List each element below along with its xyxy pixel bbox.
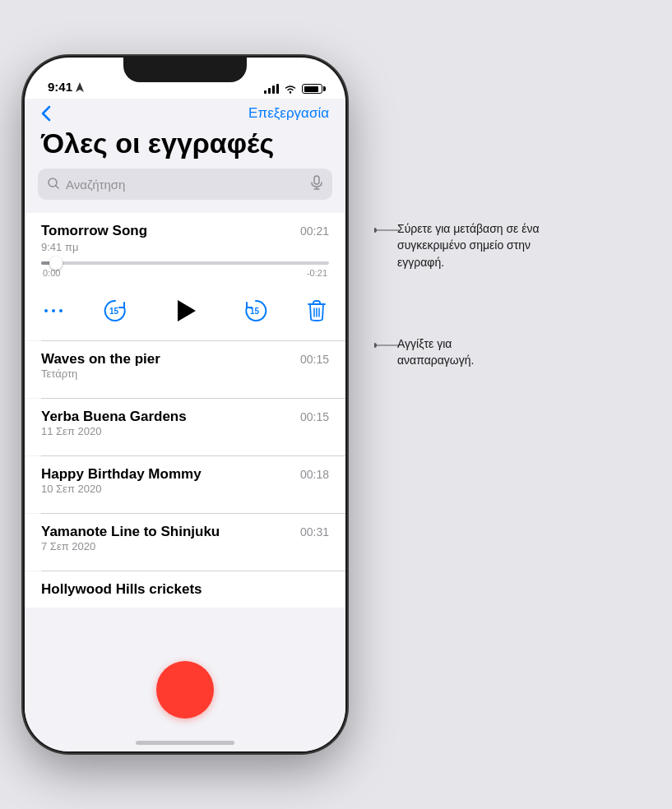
svg-point-8 (52, 309, 55, 312)
back-chevron-icon (41, 105, 51, 122)
recording-title: Yerba Buena Gardens (41, 409, 187, 425)
item-header: Yamanote Line to Shinjuku 00:31 (41, 524, 329, 540)
active-item-header: Tomorrow Song 00:21 (41, 223, 329, 239)
battery-icon (302, 84, 322, 94)
time-labels: 0:00 -0:21 (41, 268, 329, 278)
recording-title: Waves on the pier (41, 351, 160, 368)
playback-bar[interactable]: 0:00 -0:21 (41, 261, 329, 283)
svg-marker-0 (76, 82, 84, 92)
recording-duration: 00:18 (300, 468, 329, 481)
recording-date: 7 Σεπ 2020 (41, 540, 329, 552)
notch (123, 58, 247, 82)
skip-back-icon: 15 (100, 296, 130, 326)
active-recording-title: Tomorrow Song (41, 223, 147, 239)
status-time: 9:41 (48, 80, 72, 94)
item-header: Waves on the pier 00:15 (41, 351, 329, 368)
svg-point-1 (290, 91, 291, 93)
scrub-annotation-text: Σύρετε για μετάβαση σε ένα συγκεκριμένο … (397, 220, 554, 270)
search-icon (48, 178, 59, 192)
more-dots-icon (44, 308, 63, 313)
skip-forward-icon: 15 (241, 296, 271, 326)
svg-point-16 (374, 228, 377, 233)
recording-title: Hollywood Hills crickets (41, 581, 202, 598)
more-options-button[interactable] (44, 308, 63, 313)
progress-track[interactable] (41, 261, 329, 265)
record-button[interactable] (156, 661, 214, 719)
status-icons (264, 84, 322, 94)
list-item[interactable]: Yamanote Line to Shinjuku 00:31 7 Σεπ 20… (25, 514, 345, 571)
svg-rect-4 (314, 176, 319, 184)
active-recording-date: 9:41 πμ (41, 241, 329, 253)
home-indicator (136, 741, 234, 745)
nav-bar: Επεξεργασία (25, 99, 345, 125)
list-item[interactable]: Yerba Buena Gardens 00:15 11 Σεπ 2020 (25, 399, 345, 455)
mic-icon (311, 175, 322, 193)
active-recording-duration: 00:21 (300, 224, 329, 238)
play-icon (178, 300, 196, 321)
time-remaining: -0:21 (307, 268, 327, 278)
time-elapsed: 0:00 (43, 268, 60, 278)
svg-point-7 (44, 309, 48, 312)
microphone-icon (311, 175, 322, 190)
recording-duration: 00:31 (300, 525, 329, 539)
item-header: Hollywood Hills crickets (41, 581, 329, 598)
svg-point-9 (59, 309, 63, 312)
item-header: Happy Birthday Mommy 00:18 (41, 466, 329, 483)
location-icon (76, 82, 84, 92)
recording-duration: 00:15 (300, 410, 329, 423)
play-button[interactable] (167, 293, 203, 329)
recording-date: 10 Σεπ 2020 (41, 483, 329, 495)
recording-date: Τετάρτη (41, 368, 329, 380)
phone-frame: 9:41 (25, 58, 345, 751)
signal-icon (264, 84, 279, 94)
svg-line-3 (56, 186, 58, 188)
list-item[interactable]: Hollywood Hills crickets (25, 571, 345, 608)
active-recording-item[interactable]: Tomorrow Song 00:21 9:41 πμ 0:00 -0:21 (25, 213, 345, 283)
annotation-scrub: Σύρετε για μετάβαση σε ένα συγκεκριμένο … (374, 214, 539, 316)
recording-list: Tomorrow Song 00:21 9:41 πμ 0:00 -0:21 (25, 213, 345, 608)
recording-title: Happy Birthday Mommy (41, 466, 202, 483)
recording-date: 11 Σεπ 2020 (41, 425, 329, 437)
app-content: Επεξεργασία Όλες οι εγγραφές Αναζήτηση (25, 99, 345, 751)
page-title: Όλες οι εγγραφές (25, 125, 345, 169)
search-placeholder: Αναζήτηση (66, 178, 304, 192)
progress-thumb[interactable] (49, 257, 63, 270)
recording-duration: 00:15 (300, 353, 329, 366)
search-bar[interactable]: Αναζήτηση (38, 169, 332, 200)
item-header: Yerba Buena Gardens 00:15 (41, 409, 329, 425)
svg-text:15: 15 (109, 307, 119, 316)
svg-text:15: 15 (250, 307, 260, 316)
play-annotation-text: Αγγίξτε για αναπαραγωγή. (397, 335, 529, 369)
skip-back-button[interactable]: 15 (100, 296, 130, 326)
annotation-play: Αγγίξτε για αναπαραγωγή. (374, 329, 407, 365)
edit-button[interactable]: Επεξεργασία (248, 105, 329, 122)
delete-button[interactable] (308, 300, 326, 321)
trash-icon (308, 300, 326, 321)
scene: 9:41 (0, 0, 672, 809)
skip-forward-button[interactable]: 15 (241, 296, 271, 326)
playback-controls: 15 15 (25, 283, 345, 340)
record-area (25, 661, 345, 719)
search-magnifier-icon (48, 178, 59, 189)
list-item[interactable]: Happy Birthday Mommy 00:18 10 Σεπ 2020 (25, 456, 345, 513)
list-item[interactable]: Waves on the pier 00:15 Τετάρτη (25, 341, 345, 398)
svg-point-18 (374, 343, 377, 348)
back-button[interactable] (41, 105, 51, 122)
wifi-icon (284, 84, 297, 94)
recording-title: Yamanote Line to Shinjuku (41, 524, 220, 540)
